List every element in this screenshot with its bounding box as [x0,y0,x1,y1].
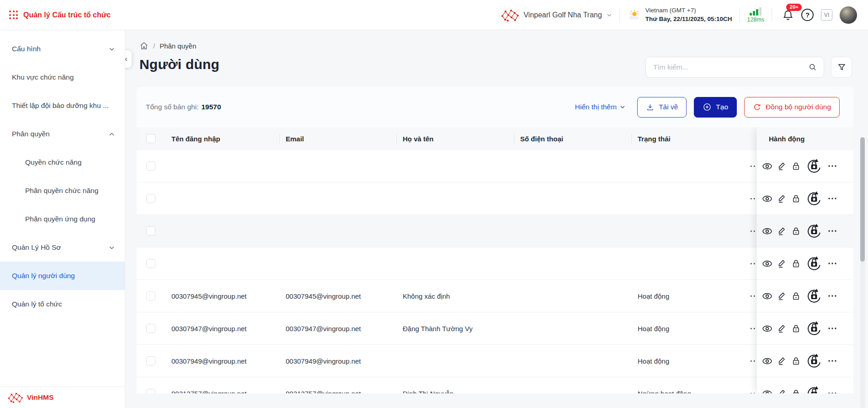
users-panel: Tổng số bản ghi: 19570 Hiển thị thêm [137,87,853,393]
cell-status: Hoạt động [631,292,750,300]
table-row[interactable]: ⋯ [137,183,756,215]
app-grid-icon[interactable] [9,11,18,19]
view-icon[interactable] [761,355,773,367]
column-header-username[interactable]: Tên đăng nhập [165,127,279,150]
edit-icon[interactable] [777,226,787,236]
table-row[interactable]: ⋯ [137,150,756,183]
row-checkbox[interactable] [146,226,155,236]
view-icon[interactable] [761,161,773,172]
cell-email: 00307947@vingroup.net [279,325,396,333]
table-row[interactable]: 00307947@vingroup.net 00307947@vingroup.… [137,312,756,345]
more-actions-icon[interactable] [827,323,838,334]
column-header-email[interactable]: Email [279,127,396,150]
vinpearl-logo-icon [501,8,519,22]
edit-icon[interactable] [777,291,787,301]
view-icon[interactable] [761,193,773,204]
view-icon[interactable] [761,258,773,269]
chevron-up-icon [109,131,115,137]
sidebar-item-quan-ly-to-chuc[interactable]: Quản lý tổ chức [0,290,125,318]
row-checkbox[interactable] [146,324,155,333]
more-actions-icon[interactable] [827,355,838,366]
more-actions-icon[interactable] [827,225,838,236]
row-checkbox[interactable] [146,356,155,365]
filter-button[interactable] [831,57,852,78]
sidebar-item-khu-vuc-chuc-nang[interactable]: Khu vực chức năng [0,63,125,91]
user-avatar[interactable] [840,6,857,24]
edit-icon[interactable] [777,323,787,334]
sidebar-collapse-button[interactable]: « [125,50,132,68]
sidebar-item-quyen-chuc-nang[interactable]: Quyền chức năng [0,148,125,177]
table-row[interactable]: 00307945@vingroup.net 00307945@vingroup.… [137,280,756,312]
view-icon[interactable] [761,290,773,302]
create-button[interactable]: Tạo [694,97,737,118]
more-actions-icon[interactable] [827,290,838,301]
row-actions [757,280,853,312]
lock-icon[interactable] [791,161,801,172]
more-actions-icon[interactable] [827,258,838,269]
lock-icon[interactable] [791,226,801,236]
show-more-dropdown[interactable]: Hiển thị thêm [575,103,625,111]
row-actions [757,247,853,280]
chevron-down-icon [109,46,115,52]
search-icon[interactable] [808,63,817,72]
search-input[interactable] [653,63,808,71]
edit-icon[interactable] [777,258,787,269]
table-row[interactable]: ⋯ [137,215,756,247]
edit-icon[interactable] [777,356,787,366]
sync-users-button[interactable]: Đồng bộ người dùng [744,97,840,118]
property-switcher[interactable]: Vinpearl Golf Nha Trang [501,8,612,22]
table-row[interactable]: 00307949@vingroup.net 00307949@vingroup.… [137,345,756,377]
language-switcher[interactable]: VI [821,9,832,21]
reset-password-icon[interactable] [805,352,823,370]
view-icon[interactable] [761,388,773,394]
view-icon[interactable] [761,323,773,334]
reset-password-icon[interactable] [805,319,823,338]
more-actions-icon[interactable] [827,388,838,393]
sidebar-item-thiet-lap-doi-bao-duong[interactable]: Thiết lập đội bảo dưỡng khu ... [0,91,125,120]
sidebar-item-quan-ly-nguoi-dung[interactable]: Quản lý người dùng [0,262,125,290]
row-checkbox[interactable] [146,291,155,301]
lock-icon[interactable] [791,193,801,204]
breadcrumb-current[interactable]: Phân quyền [160,42,196,50]
download-button[interactable]: Tải về [637,97,687,118]
view-icon[interactable] [761,225,773,237]
lock-icon[interactable] [791,323,801,334]
sidebar-item-quan-ly-ho-so[interactable]: Quản Lý Hồ Sơ [0,233,125,262]
divider [772,8,772,22]
column-header-phone[interactable]: Số điện thoại [514,127,631,150]
cell-email: 00307945@vingroup.net [279,292,396,300]
reset-password-icon[interactable] [805,189,823,208]
more-actions-icon[interactable] [827,193,838,204]
lock-icon[interactable] [791,388,801,394]
row-checkbox[interactable] [146,259,155,268]
help-button[interactable]: ? [801,9,814,21]
sidebar-item-phan-quyen-ung-dung[interactable]: Phân quyền ứng dụng [0,205,125,233]
sidebar-item-cau-hinh[interactable]: Cấu hình [0,35,125,63]
sidebar-item-phan-quyen[interactable]: Phân quyền [0,120,125,148]
column-header-fullname[interactable]: Họ và tên [396,127,514,150]
reset-password-icon[interactable] [805,254,823,273]
select-all-checkbox[interactable] [146,134,155,143]
more-actions-icon[interactable] [827,161,838,172]
edit-icon[interactable] [777,161,787,172]
lock-icon[interactable] [791,356,801,366]
column-header-status[interactable]: Trạng thái [631,127,750,150]
notifications-button[interactable]: 20+ [782,9,794,21]
table-row[interactable]: 00312757@vingroup.net 00312757@vingroup.… [137,377,756,393]
edit-icon[interactable] [777,388,787,394]
row-checkbox[interactable] [146,194,155,203]
reset-password-icon[interactable] [805,287,823,305]
row-checkbox[interactable] [146,389,155,393]
locale-info: Vietnam (GMT +7) Thứ Bảy, 22/11/2025, 05… [627,6,732,23]
home-icon[interactable] [139,41,149,50]
sidebar-item-phan-quyen-chuc-nang[interactable]: Phân quyền chức năng [0,177,125,205]
edit-icon[interactable] [777,193,787,204]
reset-password-icon[interactable] [805,157,823,175]
lock-icon[interactable] [791,291,801,301]
reset-password-icon[interactable] [805,222,823,240]
scrollbar-thumb[interactable] [860,137,865,262]
lock-icon[interactable] [791,258,801,269]
row-checkbox[interactable] [146,161,155,171]
table-row[interactable]: ⋯ [137,247,756,280]
reset-password-icon[interactable] [805,384,823,393]
